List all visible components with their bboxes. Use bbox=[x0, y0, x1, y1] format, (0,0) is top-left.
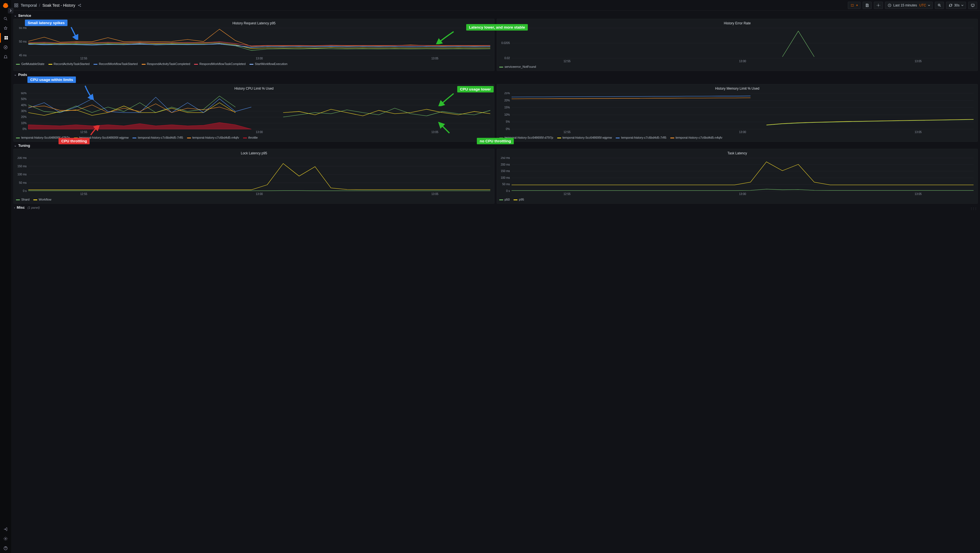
timerange-picker[interactable]: Last 15 minutes UTC bbox=[885, 2, 932, 9]
row-header-misc[interactable]: ›Misc (1 panel) ⋮⋮⋮ bbox=[13, 204, 978, 211]
zoom-out-button[interactable] bbox=[935, 2, 944, 9]
svg-point-15 bbox=[878, 5, 879, 6]
settings-gear-icon[interactable] bbox=[0, 534, 11, 543]
svg-text:0 s: 0 s bbox=[23, 190, 27, 193]
panel-mem-limit[interactable]: History Memory Limit % Used 0%5%10%15%20… bbox=[497, 84, 978, 142]
refresh-interval: 30s bbox=[954, 3, 959, 7]
dashboards-grid-icon bbox=[14, 3, 19, 8]
svg-text:13:00: 13:00 bbox=[256, 131, 262, 134]
legend-item[interactable]: p95 bbox=[514, 198, 524, 201]
annotation: Latency lower, and more stable bbox=[466, 24, 528, 30]
svg-text:13:05: 13:05 bbox=[431, 57, 438, 60]
legend-item[interactable]: temporal-history-c7c6bd4d5-n4qfv bbox=[187, 136, 239, 139]
legend-item[interactable]: RecordActivityTaskStarted bbox=[48, 62, 90, 65]
svg-text:12:55: 12:55 bbox=[80, 193, 87, 196]
panel-title: History Request Latency p95 bbox=[16, 21, 492, 27]
legend-item[interactable]: Shard bbox=[16, 198, 29, 201]
annotation: no CPU throttling bbox=[477, 138, 514, 144]
legend-item[interactable]: Workflow bbox=[33, 198, 51, 201]
svg-text:0.02: 0.02 bbox=[504, 57, 510, 60]
legend-item[interactable]: temporal-history-c7c6bd4d5-7rfl5 bbox=[616, 136, 666, 139]
legend-item[interactable]: throttle bbox=[243, 136, 258, 139]
chevron-down-icon bbox=[961, 4, 964, 6]
svg-text:30%: 30% bbox=[21, 110, 27, 113]
svg-rect-9 bbox=[16, 4, 18, 5]
svg-text:50%: 50% bbox=[21, 97, 27, 100]
panel-latency-p95[interactable]: History Request Latency p95 Small latenc… bbox=[13, 19, 495, 71]
svg-text:200 ms: 200 ms bbox=[18, 157, 27, 159]
svg-text:45 ms: 45 ms bbox=[19, 54, 27, 57]
svg-text:200 ms: 200 ms bbox=[501, 163, 510, 166]
left-nav-rail bbox=[0, 0, 11, 553]
legend-item[interactable]: temporal-history-c7c6bd4d5-n4qfv bbox=[670, 136, 722, 139]
help-icon[interactable] bbox=[0, 543, 11, 553]
panel-title: History Error Rate bbox=[499, 21, 975, 27]
share-icon[interactable] bbox=[78, 3, 81, 7]
svg-text:10%: 10% bbox=[21, 121, 27, 125]
svg-text:12:55: 12:55 bbox=[563, 60, 570, 63]
svg-rect-4 bbox=[6, 38, 8, 40]
svg-text:12:55: 12:55 bbox=[80, 57, 87, 60]
legend-item[interactable]: temporal-history-5cc648695f-wjgmw bbox=[557, 136, 612, 139]
legend-item[interactable]: RespondActivityTaskCompleted bbox=[142, 62, 190, 65]
svg-point-14 bbox=[80, 6, 81, 6]
svg-point-13 bbox=[80, 4, 81, 5]
svg-text:55 ms: 55 ms bbox=[19, 27, 27, 29]
svg-text:100 ms: 100 ms bbox=[501, 176, 510, 179]
dashboard-content: ⌄Service History Request Latency p95 Sma… bbox=[11, 11, 980, 553]
svg-text:13:00: 13:00 bbox=[739, 131, 746, 134]
svg-text:13:00: 13:00 bbox=[739, 60, 746, 63]
svg-text:20%: 20% bbox=[21, 115, 27, 118]
legend-item[interactable]: RecordWorkflowTaskStarted bbox=[94, 62, 138, 65]
svg-text:50 ms: 50 ms bbox=[502, 183, 510, 186]
panel-task-latency[interactable]: Task Latency 0 s50 ms100 ms150 ms200 ms2… bbox=[497, 149, 978, 204]
svg-text:13:00: 13:00 bbox=[256, 57, 262, 60]
alert-bell-icon[interactable] bbox=[0, 52, 11, 62]
breadcrumb-current[interactable]: Soak Test - History bbox=[42, 3, 75, 8]
panel-cpu-limit[interactable]: History CPU Limit % Used CPU usage lower… bbox=[13, 84, 495, 142]
svg-text:12:55: 12:55 bbox=[563, 131, 570, 134]
panel-title: Task Latency bbox=[499, 151, 975, 157]
svg-text:0%: 0% bbox=[506, 127, 510, 131]
drag-handle-icon[interactable]: ⋮⋮⋮ bbox=[970, 207, 977, 210]
svg-text:13:05: 13:05 bbox=[915, 193, 921, 196]
svg-text:150 ms: 150 ms bbox=[501, 169, 510, 172]
dashboards-icon[interactable] bbox=[0, 33, 11, 43]
svg-text:250 ms: 250 ms bbox=[501, 157, 510, 159]
svg-text:12:55: 12:55 bbox=[563, 193, 570, 196]
refresh-button[interactable]: 30s bbox=[946, 2, 966, 9]
breadcrumb-root[interactable]: Temporal bbox=[21, 3, 37, 8]
svg-text:60%: 60% bbox=[21, 92, 27, 95]
legend-item[interactable]: p50 bbox=[499, 198, 510, 201]
legend-item[interactable]: temporal-history-c7c6bd4d5-7rfl5 bbox=[132, 136, 183, 139]
settings-button[interactable] bbox=[874, 2, 883, 9]
svg-text:15%: 15% bbox=[504, 106, 510, 109]
legend-item[interactable]: GetMutableState bbox=[16, 62, 45, 65]
panel-lock-latency[interactable]: Lock Latency p95 0 s50 ms100 ms150 ms200… bbox=[13, 149, 495, 204]
annotation: CPU usage lower bbox=[457, 86, 494, 92]
signin-icon[interactable] bbox=[0, 524, 11, 534]
panel-error-rate[interactable]: History Error Rate 0.020.02050.02112:551… bbox=[497, 19, 978, 71]
svg-point-12 bbox=[78, 5, 79, 5]
tv-mode-button[interactable] bbox=[968, 2, 977, 9]
annotation: CPU throttling bbox=[59, 138, 90, 144]
row-header-service[interactable]: ⌄Service bbox=[13, 12, 978, 19]
svg-text:40%: 40% bbox=[21, 104, 27, 107]
legend-item[interactable]: StartWorkflowExecution bbox=[250, 62, 288, 65]
svg-text:50 ms: 50 ms bbox=[19, 181, 27, 184]
expand-rail-button[interactable] bbox=[8, 8, 13, 13]
search-icon[interactable] bbox=[0, 14, 11, 24]
legend-item[interactable]: RespondWorkflowTaskCompleted bbox=[194, 62, 245, 65]
svg-text:13:00: 13:00 bbox=[739, 193, 746, 196]
svg-rect-2 bbox=[6, 36, 8, 38]
star-icon[interactable] bbox=[0, 24, 11, 33]
add-panel-button[interactable]: + bbox=[848, 2, 861, 9]
save-button[interactable] bbox=[863, 2, 872, 9]
svg-text:13:05: 13:05 bbox=[431, 193, 438, 196]
svg-point-6 bbox=[5, 538, 6, 539]
legend-item[interactable]: serviceerror_NotFound bbox=[499, 65, 536, 69]
row-header-pods[interactable]: ⌄Pods bbox=[13, 71, 978, 78]
svg-rect-1 bbox=[5, 36, 6, 38]
svg-text:13:05: 13:05 bbox=[431, 131, 438, 134]
explore-icon[interactable] bbox=[0, 43, 11, 52]
